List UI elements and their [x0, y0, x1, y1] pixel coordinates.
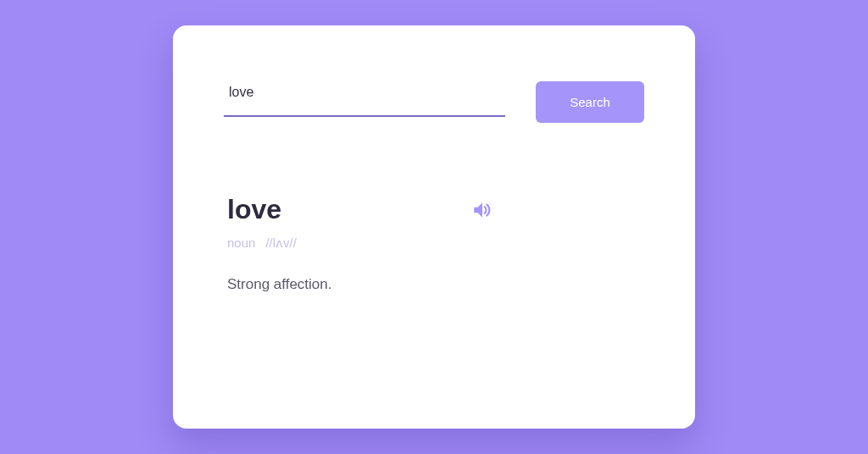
phonetic: //lʌv// [265, 235, 297, 251]
dictionary-card: Search love noun //lʌv// Strong affectio… [173, 25, 695, 429]
word-title: love [227, 194, 281, 225]
definition-text: Strong affection. [227, 276, 644, 293]
part-of-speech: noun [227, 235, 255, 251]
meta-row: noun //lʌv// [227, 235, 644, 251]
word-row: love [227, 194, 644, 225]
search-row: Search [224, 81, 644, 123]
sound-icon[interactable] [471, 199, 493, 221]
search-button[interactable]: Search [536, 81, 644, 123]
search-input[interactable] [224, 81, 505, 117]
result-block: love noun //lʌv// Strong affection. [224, 194, 644, 293]
